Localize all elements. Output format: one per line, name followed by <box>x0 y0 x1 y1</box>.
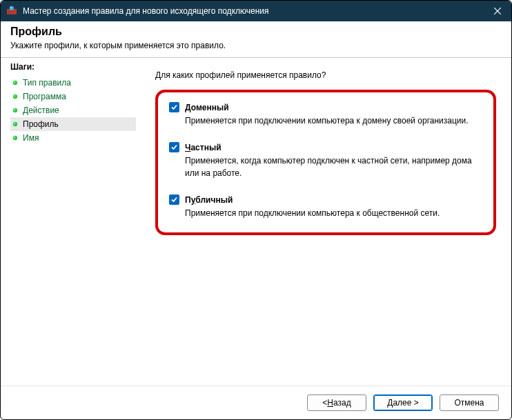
profile-description: Применяется, когда компьютер подключен к… <box>185 155 482 179</box>
profile-label[interactable]: Доменный <box>185 103 229 112</box>
step-label: Имя <box>23 133 39 143</box>
step-label: Тип правила <box>23 78 71 88</box>
close-button[interactable] <box>484 1 511 21</box>
step-1[interactable]: Программа <box>10 90 136 103</box>
main-panel: Для каких профилей применяется правило? … <box>136 58 511 386</box>
next-button[interactable]: Далее > <box>373 394 433 411</box>
firewall-icon <box>6 6 17 17</box>
profile-checkbox-1[interactable] <box>169 142 179 152</box>
step-3[interactable]: Профиль <box>10 117 136 131</box>
step-bullet-icon <box>12 121 19 128</box>
profile-block-2: ПубличныйПрименяется при подключении ком… <box>169 194 482 219</box>
svg-point-7 <box>10 6 12 8</box>
profiles-highlight: ДоменныйПрименяется при подключении комп… <box>155 90 496 235</box>
svg-point-13 <box>14 95 15 97</box>
profile-label[interactable]: Публичный <box>185 195 233 205</box>
svg-rect-3 <box>14 9 17 11</box>
profile-checkbox-2[interactable] <box>169 194 179 205</box>
svg-point-17 <box>14 123 15 124</box>
step-0[interactable]: Тип правила <box>10 76 136 90</box>
svg-point-6 <box>10 6 14 10</box>
profile-row: Частный <box>169 142 482 152</box>
svg-point-18 <box>13 136 17 140</box>
step-label: Профиль <box>23 119 59 129</box>
footer: < Назад Далее > Отмена <box>1 386 511 419</box>
svg-rect-1 <box>7 9 10 11</box>
checkmark-icon <box>170 143 178 151</box>
close-icon <box>494 8 501 14</box>
svg-rect-4 <box>8 11 11 13</box>
step-label: Действие <box>23 106 59 115</box>
steps-heading: Шаги: <box>10 62 136 72</box>
step-bullet-icon <box>12 134 19 141</box>
step-bullet-icon <box>12 93 19 100</box>
titlebar: Мастер создания правила для нового исход… <box>1 1 511 21</box>
main-prompt: Для каких профилей применяется правило? <box>155 70 496 80</box>
page-title: Профиль <box>10 26 502 38</box>
step-bullet-icon <box>12 79 19 86</box>
back-button[interactable]: < Назад <box>307 394 366 411</box>
profile-checkbox-0[interactable] <box>169 102 179 112</box>
step-2[interactable]: Действие <box>10 103 136 117</box>
profile-block-0: ДоменныйПрименяется при подключении комп… <box>169 102 482 127</box>
svg-point-12 <box>13 94 17 99</box>
svg-point-19 <box>14 137 15 138</box>
svg-point-14 <box>13 108 17 112</box>
profile-row: Публичный <box>169 194 482 205</box>
cancel-button[interactable]: Отмена <box>440 394 499 411</box>
step-label: Программа <box>23 92 66 101</box>
svg-point-15 <box>14 109 15 110</box>
profile-label[interactable]: Частный <box>185 143 221 152</box>
profile-block-1: ЧастныйПрименяется, когда компьютер подк… <box>169 142 482 179</box>
profile-description: Применяется при подключении компьютера к… <box>185 115 482 127</box>
page-header: Профиль Укажите профили, к которым приме… <box>1 21 511 58</box>
checkmark-icon <box>170 196 178 203</box>
window-title: Мастер создания правила для нового исход… <box>23 6 484 16</box>
page-subtitle: Укажите профили, к которым применяется э… <box>10 41 502 50</box>
svg-point-10 <box>13 81 17 85</box>
svg-point-11 <box>14 81 15 83</box>
profile-description: Применяется при подключении компьютера к… <box>185 208 482 219</box>
step-bullet-icon <box>12 107 19 114</box>
steps-sidebar: Шаги: Тип правилаПрограммаДействиеПрофил… <box>1 58 136 386</box>
svg-point-16 <box>13 122 17 126</box>
profile-row: Доменный <box>169 102 482 112</box>
step-4[interactable]: Имя <box>10 131 136 145</box>
svg-rect-5 <box>12 11 14 13</box>
checkmark-icon <box>170 103 178 111</box>
